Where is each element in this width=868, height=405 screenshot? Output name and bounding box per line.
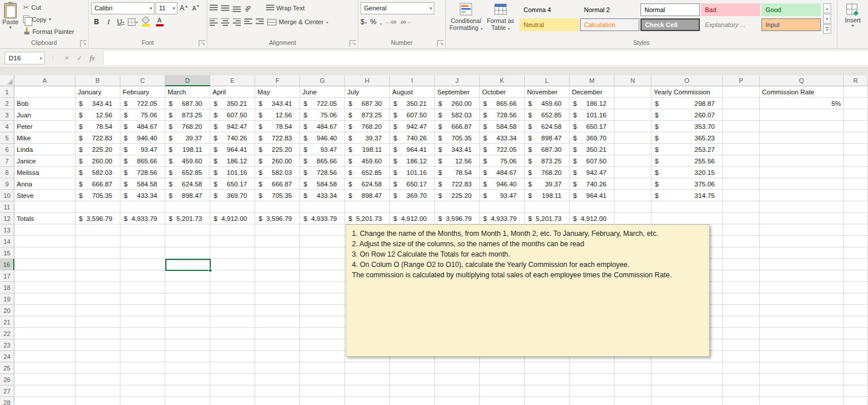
cell-G16[interactable]: [300, 259, 345, 270]
insert-cells-button[interactable]: Insert ▾: [845, 1, 861, 48]
row-header-21[interactable]: 21: [0, 316, 14, 328]
cell-C11[interactable]: [120, 201, 165, 213]
borders-button[interactable]: ▾: [127, 16, 138, 28]
fill-color-button[interactable]: [139, 16, 152, 28]
cell-F13[interactable]: [255, 224, 300, 236]
row-header-25[interactable]: 25: [0, 362, 14, 374]
cell-E17[interactable]: [210, 270, 255, 282]
alignment-dialog-launcher[interactable]: ↘: [350, 40, 356, 47]
column-header-R[interactable]: R: [844, 75, 868, 86]
cell-K3[interactable]: $728.56: [480, 109, 525, 121]
cell-M5[interactable]: $369.70: [570, 132, 615, 144]
cell-O11[interactable]: [651, 201, 723, 213]
align-left-button[interactable]: [210, 18, 218, 26]
row-header-11[interactable]: 11: [0, 201, 14, 213]
cell-L28[interactable]: [525, 397, 570, 405]
cell-L25[interactable]: [525, 362, 570, 374]
decrease-decimal-button[interactable]: .00→: [400, 20, 411, 25]
cell-Q27[interactable]: [760, 385, 844, 397]
cell-N26[interactable]: [615, 374, 651, 385]
row-header-18[interactable]: 18: [0, 282, 14, 293]
cell-L8[interactable]: $768.20: [525, 167, 570, 178]
cell-P12[interactable]: [723, 213, 760, 224]
cell-D9[interactable]: $624.58: [165, 178, 210, 190]
font-size-select[interactable]: 11 ▾: [156, 2, 177, 14]
cell-E27[interactable]: [210, 385, 255, 397]
cell-G24[interactable]: [300, 351, 345, 362]
cell-A2[interactable]: Bob: [14, 98, 75, 109]
cell-Q24[interactable]: [760, 351, 844, 362]
cell-G21[interactable]: [300, 316, 345, 328]
row-header-7[interactable]: 7: [0, 155, 14, 167]
cell-G8[interactable]: $728.56: [300, 167, 345, 178]
cell-E11[interactable]: [210, 201, 255, 213]
cell-J4[interactable]: $666.87: [435, 121, 480, 132]
cell-D3[interactable]: $873.25: [165, 109, 210, 121]
cell-G20[interactable]: [300, 305, 345, 316]
name-box[interactable]: D16 ▾: [5, 52, 45, 64]
cell-A1[interactable]: [14, 86, 75, 98]
cell-D21[interactable]: [165, 316, 210, 328]
cell-O26[interactable]: [651, 374, 723, 385]
cell-L1[interactable]: November: [525, 86, 570, 98]
increase-font-size-button[interactable]: A▲: [179, 2, 189, 14]
cell-Q7[interactable]: [760, 155, 844, 167]
cell-F21[interactable]: [255, 316, 300, 328]
row-header-1[interactable]: 1: [0, 86, 14, 98]
cell-E5[interactable]: $740.26: [210, 132, 255, 144]
cell-D25[interactable]: [165, 362, 210, 374]
insert-dropdown-icon[interactable]: ▾: [851, 24, 854, 28]
row-header-3[interactable]: 3: [0, 109, 14, 121]
cell-Q9[interactable]: [760, 178, 844, 190]
cell-D16[interactable]: [165, 259, 210, 270]
cell-A4[interactable]: Peter: [14, 121, 75, 132]
cell-I11[interactable]: [390, 201, 435, 213]
cell-F6[interactable]: $225.20: [255, 144, 300, 155]
cell-M9[interactable]: $740.26: [570, 178, 615, 190]
cell-J6[interactable]: $343.41: [435, 144, 480, 155]
cell-C28[interactable]: [120, 397, 165, 405]
gallery-more-button[interactable]: ▼: [823, 24, 831, 34]
cell-R18[interactable]: [844, 282, 868, 293]
column-header-K[interactable]: K: [480, 75, 525, 86]
cell-J25[interactable]: [435, 362, 480, 374]
row-header-17[interactable]: 17: [0, 270, 14, 282]
cell-R17[interactable]: [844, 270, 868, 282]
cell-E28[interactable]: [210, 397, 255, 405]
row-header-26[interactable]: 26: [0, 374, 14, 385]
cell-M11[interactable]: [570, 201, 615, 213]
cell-P17[interactable]: [723, 270, 760, 282]
cell-E1[interactable]: April: [210, 86, 255, 98]
cell-A8[interactable]: Melissa: [14, 167, 75, 178]
cell-C19[interactable]: [120, 293, 165, 305]
row-header-13[interactable]: 13: [0, 224, 14, 236]
row-header-9[interactable]: 9: [0, 178, 14, 190]
cell-P2[interactable]: [723, 98, 760, 109]
cell-D28[interactable]: [165, 397, 210, 405]
cell-G19[interactable]: [300, 293, 345, 305]
cell-K11[interactable]: [480, 201, 525, 213]
cell-C17[interactable]: [120, 270, 165, 282]
cell-P23[interactable]: [723, 339, 760, 351]
cell-K28[interactable]: [480, 397, 525, 405]
decrease-indent-button[interactable]: [244, 18, 252, 26]
cell-R28[interactable]: [844, 397, 868, 405]
cell-G25[interactable]: [300, 362, 345, 374]
cell-N12[interactable]: [615, 213, 651, 224]
cell-R7[interactable]: [844, 155, 868, 167]
cell-D22[interactable]: [165, 328, 210, 339]
insert-function-button[interactable]: fx: [86, 54, 98, 63]
cell-Q20[interactable]: [760, 305, 844, 316]
cell-M2[interactable]: $186.12: [570, 98, 615, 109]
cell-E14[interactable]: [210, 236, 255, 247]
row-header-16[interactable]: 16: [0, 259, 14, 270]
cell-B20[interactable]: [75, 305, 120, 316]
row-header-2[interactable]: 2: [0, 98, 14, 109]
cell-L10[interactable]: $198.11: [525, 190, 570, 201]
style-explanatory[interactable]: Explanatory ...: [701, 18, 760, 31]
cell-A22[interactable]: [14, 328, 75, 339]
cell-G1[interactable]: June: [300, 86, 345, 98]
cell-Q17[interactable]: [760, 270, 844, 282]
cut-button[interactable]: ✂ Cut: [23, 1, 74, 13]
cell-I5[interactable]: $740.26: [390, 132, 435, 144]
